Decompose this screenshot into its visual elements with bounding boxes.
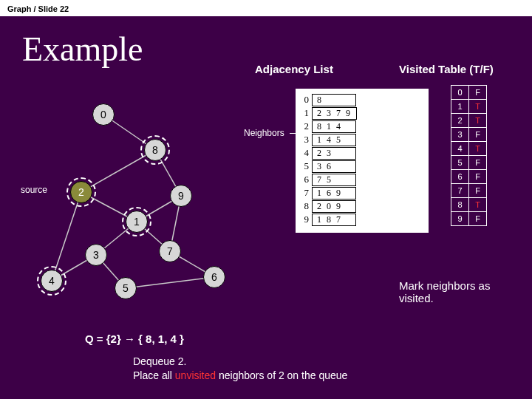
visited-value: T bbox=[469, 198, 487, 212]
visited-index: 3 bbox=[451, 128, 469, 142]
step-text: Dequeue 2. Place all unvisited neighbors… bbox=[133, 355, 347, 383]
adj-index: 7 bbox=[299, 187, 309, 199]
visited-index: 4 bbox=[451, 142, 469, 156]
visited-row: 0F bbox=[451, 86, 487, 100]
adj-neighbors: 8 bbox=[312, 94, 356, 106]
visited-index: 0 bbox=[451, 86, 469, 100]
visited-value: F bbox=[469, 212, 487, 226]
visited-row: 6F bbox=[451, 170, 487, 184]
adj-neighbors: 8 1 4 bbox=[312, 120, 356, 133]
visited-value: F bbox=[469, 156, 487, 170]
visited-index: 2 bbox=[451, 114, 469, 128]
step-1: Dequeue 2. bbox=[133, 355, 347, 369]
visited-row: 3F bbox=[451, 128, 487, 142]
graph-node-5: 5 bbox=[115, 277, 137, 299]
visited-index: 7 bbox=[451, 184, 469, 198]
adjacency-list-label: Adjacency List bbox=[255, 63, 333, 75]
adj-row: 42 3 bbox=[299, 146, 426, 160]
visited-value: T bbox=[469, 142, 487, 156]
step-2-unvisited: unvisited bbox=[175, 369, 216, 381]
visited-row: 1T bbox=[451, 100, 487, 114]
visited-value: T bbox=[469, 114, 487, 128]
adj-row: 53 6 bbox=[299, 160, 426, 173]
graph-node-6: 6 bbox=[203, 266, 225, 288]
graph-node-8: 8 bbox=[144, 139, 166, 161]
adj-index: 9 bbox=[299, 214, 309, 225]
visited-value: T bbox=[469, 100, 487, 114]
visited-row: 9F bbox=[451, 212, 487, 226]
adj-row: 91 8 7 bbox=[299, 213, 426, 226]
visited-index: 9 bbox=[451, 212, 469, 226]
graph-node-2: 2 bbox=[70, 181, 92, 203]
adj-neighbors: 1 6 9 bbox=[312, 187, 356, 200]
adj-index: 8 bbox=[299, 200, 309, 212]
source-label: source bbox=[21, 185, 47, 195]
adj-neighbors: 2 3 bbox=[312, 147, 356, 160]
visited-index: 1 bbox=[451, 100, 469, 114]
graph-node-7: 7 bbox=[159, 240, 181, 262]
step-2a: Place all bbox=[133, 369, 175, 381]
visited-value: F bbox=[469, 170, 487, 184]
visited-table-label: Visited Table (T/F) bbox=[399, 63, 494, 75]
adj-index: 3 bbox=[299, 134, 309, 146]
visited-value: F bbox=[469, 86, 487, 100]
graph-node-0: 0 bbox=[92, 103, 115, 126]
adj-row: 12 3 7 9 bbox=[299, 106, 426, 120]
adj-neighbors: 2 3 7 9 bbox=[312, 107, 357, 120]
adj-neighbors: 7 5 bbox=[312, 174, 356, 186]
visited-row: 8T bbox=[451, 198, 487, 212]
step-2c: neighbors of 2 on the queue bbox=[216, 369, 347, 381]
adj-row: 28 1 4 bbox=[299, 120, 426, 133]
adj-neighbors: 1 8 7 bbox=[312, 214, 356, 226]
graph-node-1: 1 bbox=[126, 211, 148, 233]
adj-row: 71 6 9 bbox=[299, 186, 426, 200]
visited-table: 0F1T2T3F4T5F6F7F8T9F bbox=[451, 85, 487, 226]
adj-neighbors: 1 4 5 bbox=[312, 134, 356, 146]
step-2: Place all unvisited neighbors of 2 on th… bbox=[133, 369, 347, 383]
mark-note: Mark neighbors as visited. bbox=[399, 279, 525, 304]
visited-index: 5 bbox=[451, 156, 469, 170]
adj-neighbors: 2 0 9 bbox=[312, 200, 356, 213]
visited-row: 5F bbox=[451, 156, 487, 170]
graph-diagram: source 0829137456 bbox=[15, 96, 266, 303]
visited-row: 7F bbox=[451, 184, 487, 198]
visited-value: F bbox=[469, 128, 487, 142]
adj-index: 0 bbox=[299, 94, 309, 106]
svg-line-12 bbox=[126, 277, 214, 288]
adj-row: 67 5 bbox=[299, 173, 426, 186]
page-title: Example bbox=[22, 30, 143, 69]
adj-index: 1 bbox=[299, 107, 309, 119]
adj-row: 82 0 9 bbox=[299, 200, 426, 213]
visited-row: 2T bbox=[451, 114, 487, 128]
graph-node-3: 3 bbox=[85, 244, 107, 266]
breadcrumb: Graph / Slide 22 bbox=[7, 4, 69, 13]
adj-index: 6 bbox=[299, 174, 309, 185]
adj-row: 08 bbox=[299, 93, 426, 106]
queue-line: Q = {2} → { 8, 1, 4 } bbox=[85, 332, 184, 345]
visited-index: 8 bbox=[451, 198, 469, 212]
adj-row: 31 4 5 bbox=[299, 133, 426, 146]
visited-row: 4T bbox=[451, 142, 487, 156]
adj-index: 5 bbox=[299, 160, 309, 172]
adj-neighbors: 3 6 bbox=[312, 160, 356, 173]
visited-value: F bbox=[469, 184, 487, 198]
adjacency-list: 0812 3 7 928 1 431 4 542 353 667 571 6 9… bbox=[296, 89, 429, 233]
graph-node-4: 4 bbox=[41, 270, 63, 292]
graph-node-9: 9 bbox=[170, 185, 192, 207]
adj-index: 4 bbox=[299, 147, 309, 159]
adj-index: 2 bbox=[299, 120, 309, 132]
neighbors-label: Neighbors bbox=[244, 128, 284, 138]
visited-index: 6 bbox=[451, 170, 469, 184]
